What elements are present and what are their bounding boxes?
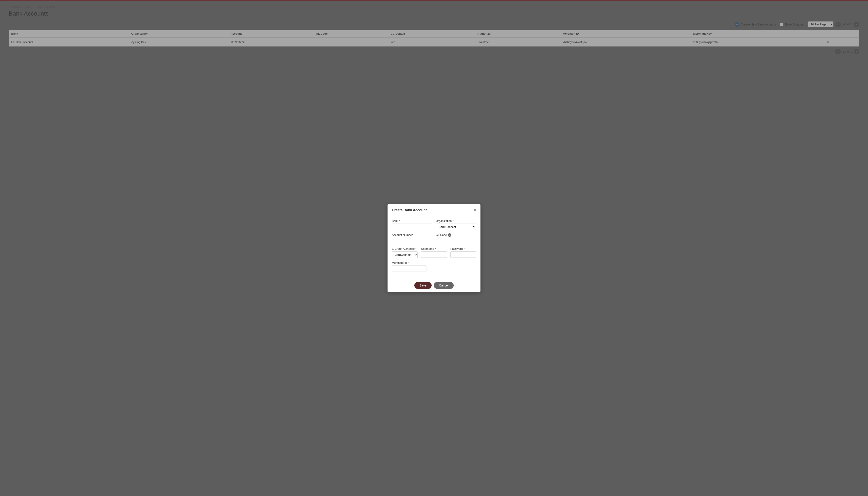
modal-header: Create Bank Account × — [388, 204, 480, 215]
merchant-id-input[interactable] — [392, 265, 426, 272]
merchant-id-label: Merchant Id * — [392, 261, 426, 264]
gl-code-help-icon[interactable]: ? — [448, 233, 451, 237]
password-field-group: Password * — [451, 247, 476, 258]
organization-select[interactable]: Card Connect Aysling Dev — [436, 223, 476, 230]
ecredit-user-pass-row: E-Credit Authorizer CardConnect Braintre… — [392, 247, 476, 258]
ecredit-label: E-Credit Authorizer — [392, 247, 417, 250]
merchant-id-row: Merchant Id * — [392, 261, 476, 272]
gl-code-label: GL Code ? — [436, 233, 476, 237]
gl-code-input[interactable] — [436, 238, 476, 244]
create-bank-account-modal: Create Bank Account × Bank * Organizatio… — [388, 204, 480, 292]
account-number-input[interactable] — [392, 238, 432, 244]
modal-footer: Save Cancel — [388, 279, 480, 292]
bank-label: Bank * — [392, 219, 432, 222]
merchant-id-field-group: Merchant Id * — [392, 261, 426, 272]
modal-title: Create Bank Account — [392, 208, 427, 212]
username-input[interactable] — [421, 251, 447, 258]
account-number-label: Account Number — [392, 233, 432, 236]
organization-label: Organization * — [436, 219, 476, 222]
ecredit-authorizer-field-group: E-Credit Authorizer CardConnect Braintre… — [392, 247, 417, 258]
username-label: Username * — [421, 247, 447, 250]
modal-overlay: Create Bank Account × Bank * Organizatio… — [0, 0, 868, 496]
modal-close-button[interactable]: × — [474, 208, 476, 212]
bank-field-group: Bank * — [392, 219, 432, 230]
organization-field-group: Organization * Card Connect Aysling Dev — [436, 219, 476, 230]
password-label: Password * — [451, 247, 476, 250]
gl-code-field-group: GL Code ? — [436, 233, 476, 244]
modal-body: Bank * Organization * Card Connect Aysli… — [388, 215, 480, 279]
account-number-field-group: Account Number — [392, 233, 432, 244]
cancel-button[interactable]: Cancel — [434, 282, 454, 289]
ecredit-authorizer-select[interactable]: CardConnect Braintree Stripe — [392, 251, 417, 258]
bank-org-row: Bank * Organization * Card Connect Aysli… — [392, 219, 476, 230]
username-field-group: Username * — [421, 247, 447, 258]
account-glcode-row: Account Number GL Code ? — [392, 233, 476, 244]
bank-input[interactable] — [392, 223, 432, 230]
password-input[interactable] — [451, 251, 476, 258]
save-button[interactable]: Save — [414, 282, 432, 289]
